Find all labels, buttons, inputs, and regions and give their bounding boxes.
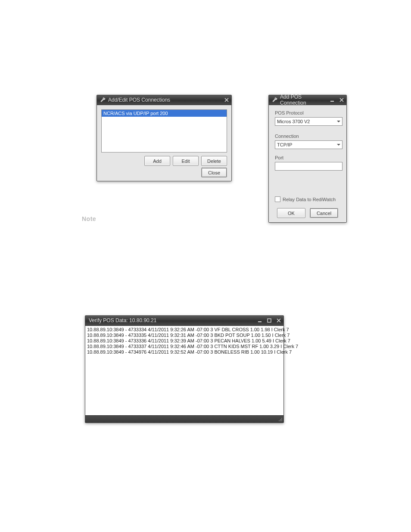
list-item[interactable]: 10.88.89.10:3849 - 4734976 4/11/2011 9:3…: [87, 349, 282, 355]
svg-point-3: [281, 420, 282, 421]
svg-rect-1: [258, 321, 262, 322]
svg-point-6: [279, 420, 280, 421]
list-item[interactable]: 10.88.89.10:3849 - 4733336 4/11/2011 9:3…: [87, 338, 282, 344]
svg-rect-0: [330, 101, 334, 102]
port-input[interactable]: [275, 162, 342, 171]
close-icon[interactable]: [276, 317, 282, 324]
note-heading: Note: [82, 215, 96, 222]
svg-rect-2: [268, 319, 271, 322]
connections-listbox[interactable]: NCR/ACS via UDP/IP port 200: [101, 109, 227, 152]
pos-protocol-select[interactable]: Micros 3700 V2: [275, 117, 342, 126]
minimize-icon[interactable]: [257, 317, 263, 324]
dialog-title: Add POS Connection: [280, 94, 327, 106]
edit-button[interactable]: Edit: [173, 156, 199, 166]
delete-button[interactable]: Delete: [201, 156, 227, 166]
pos-protocol-label: POS Protocol: [275, 110, 340, 115]
svg-point-5: [281, 419, 282, 420]
maximize-icon[interactable]: [266, 317, 272, 324]
resize-grip-icon[interactable]: [277, 417, 283, 423]
pos-data-list[interactable]: 10.88.89.10:3849 - 4733334 4/11/2011 9:3…: [85, 326, 283, 415]
svg-point-8: [281, 418, 282, 419]
chevron-down-icon: [335, 143, 342, 146]
pos-protocol-value: Micros 3700 V2: [277, 119, 310, 124]
close-button[interactable]: Close: [201, 168, 227, 177]
connection-value: TCP/IP: [277, 142, 292, 147]
wrench-icon: [271, 96, 277, 103]
svg-point-7: [280, 419, 281, 420]
relay-checkbox-row[interactable]: Relay Data to RediWatch: [275, 196, 340, 202]
add-edit-pos-connections-dialog: Add/Edit POS Connections NCR/ACS via UDP…: [97, 95, 232, 181]
titlebar[interactable]: Add POS Connection: [269, 95, 346, 105]
titlebar[interactable]: Verify POS Data: 10.80.90.21: [85, 316, 283, 326]
dialog-title: Verify POS Data: 10.80.90.21: [88, 317, 254, 324]
add-pos-connection-dialog: Add POS Connection POS Protocol Micros 3…: [268, 95, 347, 223]
minimize-icon[interactable]: [329, 97, 335, 103]
statusbar: [85, 415, 283, 423]
connections-list-item[interactable]: NCR/ACS via UDP/IP port 200: [102, 110, 227, 117]
list-item[interactable]: 10.88.89.10:3849 - 4733334 4/11/2011 9:3…: [87, 327, 289, 332]
verify-pos-data-dialog: Verify POS Data: 10.80.90.21 10.88.89.10…: [85, 315, 284, 423]
port-label: Port: [275, 155, 340, 160]
dialog-title: Add/Edit POS Connections: [108, 97, 221, 103]
cancel-button[interactable]: Cancel: [310, 208, 338, 218]
close-icon[interactable]: [224, 97, 230, 103]
connection-label: Connection: [275, 134, 340, 139]
titlebar[interactable]: Add/Edit POS Connections: [97, 95, 231, 105]
list-item[interactable]: 10.88.89.10:3849 - 4733335 4/11/2011 9:3…: [87, 333, 282, 338]
relay-label: Relay Data to RediWatch: [283, 197, 336, 202]
chevron-down-icon: [335, 120, 342, 123]
relay-checkbox[interactable]: [275, 196, 280, 202]
connection-select[interactable]: TCP/IP: [275, 140, 342, 149]
ok-button[interactable]: OK: [277, 208, 305, 218]
close-icon[interactable]: [339, 97, 345, 103]
add-button[interactable]: Add: [144, 156, 170, 166]
list-item[interactable]: 10.88.89.10:3849 - 4733337 4/11/2011 9:3…: [87, 344, 282, 349]
wrench-icon: [100, 96, 106, 103]
svg-point-4: [280, 420, 281, 421]
